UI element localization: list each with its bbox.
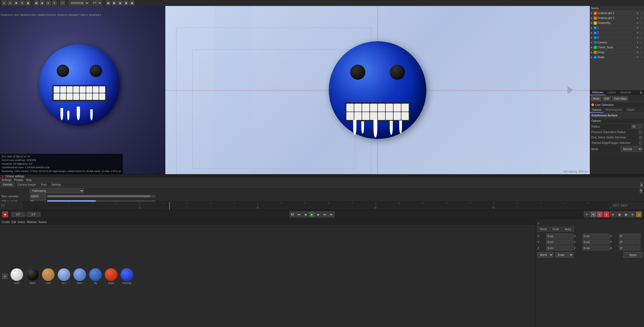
mat-angry[interactable]: angry bbox=[105, 268, 118, 284]
pressure-checkbox[interactable] bbox=[639, 131, 642, 134]
tolerant-checkbox[interactable] bbox=[639, 141, 642, 145]
octane-vert-scroll[interactable]: ▼ bbox=[640, 188, 642, 193]
toolbar-btn-b[interactable]: ▣ bbox=[112, 1, 117, 5]
lock-icon[interactable]: ✓ bbox=[640, 36, 643, 39]
toolbar-lock-btn[interactable]: 🔒 bbox=[25, 1, 30, 5]
eye-icon[interactable]: 👁 bbox=[636, 21, 639, 25]
pt-dropdown[interactable]: PT bbox=[91, 1, 102, 5]
pb-icon7-btn[interactable]: ⚙ bbox=[629, 211, 635, 217]
scene-item-3[interactable]: ▶ ■ 3 👁 ✓ bbox=[590, 35, 644, 40]
mat-freezing[interactable]: freezing bbox=[120, 268, 133, 284]
pb-loop-btn[interactable]: ↻ bbox=[584, 211, 590, 217]
toolbar-circle-btn[interactable]: ● bbox=[2, 1, 7, 5]
octane-tab-post[interactable]: Post bbox=[39, 183, 49, 187]
toolbar-btn-d[interactable]: ▣ bbox=[124, 1, 128, 5]
eye-icon[interactable]: 👁 bbox=[636, 51, 639, 54]
pb-goto-start-btn[interactable]: ⏮ bbox=[296, 211, 302, 217]
x-pos-input[interactable] bbox=[546, 234, 573, 239]
toolbar-btn-a[interactable]: ▣ bbox=[106, 1, 111, 5]
scene-item-octanelight1[interactable]: ▶ ⚡ OctaneLight 1 👁 ✓ bbox=[590, 11, 644, 16]
max-samples-slider[interactable] bbox=[47, 195, 156, 197]
pb-icon4-btn[interactable]: ⊕ bbox=[610, 211, 616, 217]
eye-icon[interactable]: 👁 bbox=[636, 36, 639, 39]
lock-icon[interactable]: ■ bbox=[640, 46, 643, 49]
pb-step-back-btn[interactable]: ◀ bbox=[302, 211, 308, 217]
toolbar-btn-c[interactable]: ▣ bbox=[118, 1, 123, 5]
radius-input[interactable] bbox=[632, 124, 642, 129]
pb-icon5-btn[interactable]: ▦ bbox=[616, 211, 622, 217]
pb-goto-end-btn[interactable]: ⏭ bbox=[322, 211, 328, 217]
octane-menu-settings[interactable]: Settings bbox=[2, 179, 11, 182]
eye-icon[interactable]: 👁 bbox=[636, 56, 639, 59]
eye-icon[interactable]: 👁 bbox=[636, 12, 639, 15]
pb-icon8-btn[interactable]: ◎ bbox=[636, 211, 642, 217]
apply-button[interactable]: Apply bbox=[623, 252, 642, 258]
mat-black[interactable]: black bbox=[26, 268, 39, 284]
close-icon[interactable]: ✕ bbox=[2, 175, 4, 178]
pb-icon6-btn[interactable]: ▦ bbox=[623, 211, 629, 217]
octane-menu-presets[interactable]: Presets bbox=[14, 179, 23, 182]
hdr-rgb-dropdown[interactable]: HDR/RGB bbox=[69, 1, 89, 5]
eye-icon[interactable]: 👁 bbox=[636, 26, 639, 30]
mat-main[interactable]: main bbox=[42, 268, 55, 284]
coord-system-dropdown[interactable]: World Object bbox=[537, 252, 553, 258]
kernel-type-dropdown[interactable]: Pathtracing bbox=[30, 188, 84, 193]
mat-tears[interactable]: tears bbox=[73, 268, 86, 284]
scale-tab[interactable]: Scale bbox=[550, 227, 562, 231]
pb-icon2-btn[interactable]: ● bbox=[597, 211, 603, 217]
pb-icon1-btn[interactable]: ⚙ bbox=[590, 211, 596, 217]
scene-item-octanelight2[interactable]: ▶ ⚡ OctaneLight 2 👁 ✓ bbox=[590, 16, 644, 21]
octane-tab-settings[interactable]: Settings bbox=[49, 183, 63, 187]
pb-icon3-btn[interactable]: ● bbox=[603, 211, 609, 217]
octane-scroll-up[interactable]: ▲ bbox=[640, 182, 643, 187]
add-material-btn[interactable]: + bbox=[2, 274, 8, 279]
lock-icon[interactable]: ✓ bbox=[640, 17, 643, 20]
scene-item-cloner[interactable]: ▶ ⊞ Cloner_faces ● ■ bbox=[590, 45, 644, 50]
mode-btn[interactable]: Mode bbox=[591, 96, 601, 101]
toolbar-pause-btn[interactable]: ⏸ bbox=[8, 1, 12, 5]
pb-end-frame[interactable] bbox=[27, 212, 40, 217]
max-samples-input[interactable] bbox=[30, 194, 46, 198]
apply-tab[interactable]: Apply bbox=[562, 227, 574, 231]
menu-edit[interactable]: Edit bbox=[11, 221, 16, 224]
lock-icon[interactable]: ✓ bbox=[640, 31, 643, 34]
menu-material[interactable]: Material bbox=[27, 221, 37, 224]
transform-type-dropdown[interactable]: Scale Position Rotation bbox=[555, 252, 574, 258]
toolbar-btn-e[interactable]: ▣ bbox=[130, 1, 134, 5]
octane-menu-help[interactable]: Help bbox=[26, 179, 32, 182]
scene-item-octanesky[interactable]: ▶ ☁ OctaneSky 👁 ✓ bbox=[590, 21, 644, 26]
eye-icon[interactable]: 👁 bbox=[636, 31, 639, 34]
mode-dropdown[interactable]: Normal bbox=[621, 146, 642, 152]
toolbar-circle2-btn[interactable]: ◉ bbox=[40, 1, 45, 5]
lock-icon[interactable]: ✓ bbox=[640, 12, 643, 15]
tab-layers[interactable]: Layers bbox=[606, 90, 618, 95]
scene-item-camera[interactable]: ▶ 📷 Camera 👁 ✓ bbox=[590, 40, 644, 45]
right-viewport[interactable]: Grid Spacing: 5000 cm bbox=[165, 6, 590, 174]
menu-create[interactable]: Create bbox=[2, 221, 10, 224]
z-rot-input[interactable] bbox=[582, 246, 610, 250]
edit-btn[interactable]: Edit bbox=[603, 96, 611, 101]
octane-tab-kernels[interactable]: Kernels bbox=[1, 183, 15, 187]
y-pos-input[interactable] bbox=[546, 240, 573, 245]
octane-tab-camera[interactable]: Camera Imager bbox=[15, 183, 38, 187]
pb-play-btn[interactable]: ▶ bbox=[309, 211, 315, 217]
p-input[interactable] bbox=[619, 240, 640, 245]
visible-checkbox[interactable] bbox=[639, 136, 642, 139]
eye-icon[interactable]: ● bbox=[636, 46, 639, 49]
toolbar-pause2-btn[interactable]: ⏸ bbox=[52, 1, 57, 5]
lock-icon[interactable]: ✓ bbox=[640, 21, 643, 25]
tab-attributes[interactable]: Attributes bbox=[590, 90, 606, 95]
pb-current-frame[interactable] bbox=[11, 212, 25, 217]
h-input[interactable] bbox=[619, 234, 640, 239]
toolbar-gear-btn[interactable]: ⚙ bbox=[20, 1, 24, 5]
lock-icon[interactable]: ✓ bbox=[640, 26, 643, 30]
sub-tab-options[interactable]: Options bbox=[590, 107, 603, 113]
user-data-btn[interactable]: User Data bbox=[612, 96, 628, 101]
lock-icon[interactable]: ✓ bbox=[640, 56, 643, 59]
world-tab[interactable]: World bbox=[537, 227, 549, 231]
lock-icon[interactable]: ✓ bbox=[640, 51, 643, 54]
toolbar-plus-btn[interactable]: ⊕ bbox=[46, 1, 51, 5]
menu-select[interactable]: Select bbox=[18, 221, 25, 224]
timeline-ruler[interactable]: 020406080100 bbox=[22, 202, 611, 209]
sub-tab-object[interactable]: Object bbox=[624, 107, 637, 113]
